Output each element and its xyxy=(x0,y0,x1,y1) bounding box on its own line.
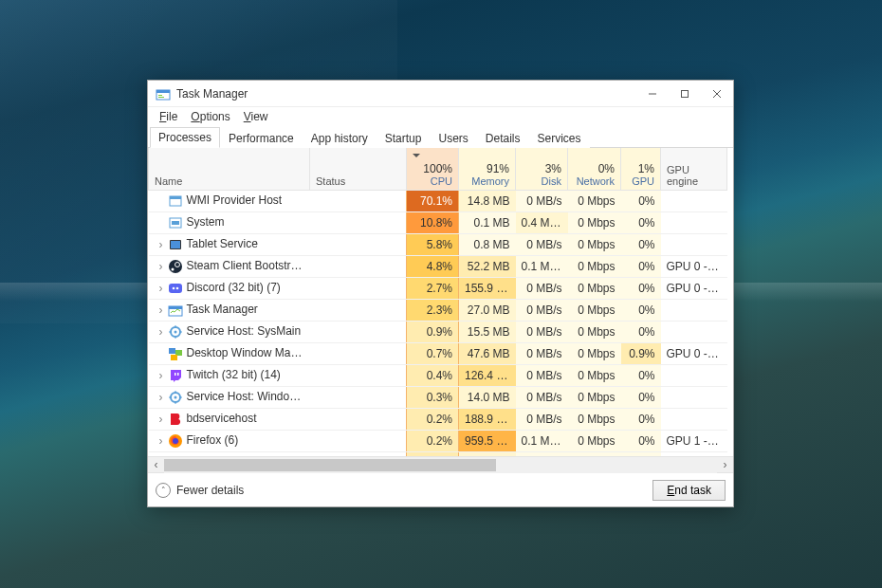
table-row[interactable]: ›Steam Client Bootstrapper (32 b...4.8%5… xyxy=(149,256,727,278)
col-header-disk[interactable]: 3%Disk xyxy=(516,148,568,191)
horizontal-scrollbar[interactable]: ‹ › xyxy=(148,456,733,472)
cell-status xyxy=(310,212,407,234)
cell-gpu: 0% xyxy=(621,278,661,300)
scroll-right-icon[interactable]: › xyxy=(717,457,733,473)
table-row[interactable]: ›Discord (32 bit) (7)2.7%155.9 MB0 MB/s0… xyxy=(149,278,727,300)
expand-icon[interactable]: › xyxy=(155,369,168,382)
process-table: Name Status 100%CPU 91%Memory 3%Disk 0%N… xyxy=(148,148,727,456)
tab-performance[interactable]: Performance xyxy=(220,128,303,148)
expand-icon[interactable]: › xyxy=(155,303,168,317)
process-name: WMI Provider Host xyxy=(187,193,283,207)
menu-options[interactable]: Options xyxy=(185,109,235,124)
svg-rect-26 xyxy=(171,355,177,360)
process-name: Desktop Window Manager xyxy=(187,346,310,359)
menu-view[interactable]: View xyxy=(238,109,274,124)
col-header-cpu[interactable]: 100%CPU xyxy=(407,148,459,191)
maximize-button[interactable] xyxy=(669,81,701,107)
scroll-thumb[interactable] xyxy=(164,459,496,471)
process-name: Task Manager xyxy=(187,303,258,316)
chevron-up-circle-icon: ˄ xyxy=(156,483,171,498)
cell-network: 0 Mbps xyxy=(568,278,621,300)
col-header-gpu-engine[interactable]: GPU engine xyxy=(661,148,727,191)
process-name: Steam Client Bootstrapper (32 b... xyxy=(187,259,310,272)
scroll-left-icon[interactable]: ‹ xyxy=(148,457,164,473)
table-row[interactable]: ›Firefox (6)0.2%959.5 MB0.1 MB/s0 Mbps0%… xyxy=(149,431,727,452)
tab-processes[interactable]: Processes xyxy=(150,127,220,148)
process-name: bdservicehost xyxy=(187,412,257,425)
svg-rect-28 xyxy=(177,373,179,376)
tab-users[interactable]: Users xyxy=(430,128,476,148)
minimize-button[interactable] xyxy=(636,81,669,107)
expand-icon[interactable]: › xyxy=(155,282,168,295)
tab-services[interactable]: Services xyxy=(529,128,590,148)
table-row[interactable]: ›bdservicehost0.2%188.9 MB0 MB/s0 Mbps0% xyxy=(149,409,727,431)
cell-name: WMI Provider Host xyxy=(149,191,310,212)
cell-gpu-engine: GPU 0 - 3D xyxy=(661,343,727,365)
expand-icon[interactable]: › xyxy=(155,325,168,339)
expand-icon[interactable]: › xyxy=(155,238,168,251)
svg-rect-13 xyxy=(171,241,180,248)
cell-status xyxy=(310,256,407,278)
table-row[interactable]: ›Service Host: SysMain0.9%15.5 MB0 MB/s0… xyxy=(149,322,727,343)
cell-gpu: 0% xyxy=(621,409,661,431)
fewer-details-label: Fewer details xyxy=(176,484,244,497)
cell-network: 0 Mbps xyxy=(568,300,621,322)
cell-disk: 0 MB/s xyxy=(516,343,568,365)
footer-bar: ˄ Fewer details End task xyxy=(148,472,733,506)
titlebar[interactable]: Task Manager xyxy=(148,81,733,107)
table-row[interactable]: ›Service Host: Windows Manage...0.3%14.0… xyxy=(149,387,727,409)
end-task-button[interactable]: End task xyxy=(652,480,726,501)
cell-name: Desktop Window Manager xyxy=(149,343,310,365)
cell-disk: 0 MB/s xyxy=(516,409,568,431)
process-icon xyxy=(168,303,183,318)
cell-network: 0 Mbps xyxy=(568,191,621,212)
table-row[interactable]: ›Twitch (32 bit) (14)0.4%126.4 MB0 MB/s0… xyxy=(149,365,727,387)
process-icon xyxy=(168,193,183,209)
cell-gpu-engine xyxy=(661,300,727,322)
cell-status xyxy=(310,387,407,409)
cell-memory: 0.1 MB xyxy=(459,212,516,234)
cell-gpu-engine xyxy=(661,234,727,256)
table-row[interactable]: WMI Provider Host70.1%14.8 MB0 MB/s0 Mbp… xyxy=(149,191,727,212)
cell-gpu-engine xyxy=(661,387,727,409)
tab-app-history[interactable]: App history xyxy=(303,128,377,148)
cell-gpu-engine: GPU 0 - 3D xyxy=(661,256,727,278)
table-row[interactable]: Desktop Window Manager0.7%47.6 MB0 MB/s0… xyxy=(149,343,727,365)
col-header-status[interactable]: Status xyxy=(310,148,407,191)
cell-cpu: 0.7% xyxy=(407,343,459,365)
svg-point-19 xyxy=(175,287,178,290)
cell-gpu: 0% xyxy=(621,322,661,343)
table-row[interactable]: ›Tablet Service5.8%0.8 MB0 MB/s0 Mbps0% xyxy=(149,234,727,256)
cell-name: ›Task Manager xyxy=(149,300,310,322)
col-header-name[interactable]: Name xyxy=(149,148,310,191)
tab-details[interactable]: Details xyxy=(477,128,529,148)
cell-name: System xyxy=(149,212,310,234)
scroll-track[interactable] xyxy=(164,457,717,473)
cell-gpu: 0.9% xyxy=(621,343,661,365)
cell-disk: 0 MB/s xyxy=(516,322,568,343)
expand-icon[interactable]: › xyxy=(155,413,168,426)
cell-name: ›Discord (32 bit) (7) xyxy=(149,278,310,300)
col-header-memory[interactable]: 91%Memory xyxy=(459,148,516,191)
cell-gpu: 0% xyxy=(621,191,661,212)
table-row[interactable]: System10.8%0.1 MB0.4 MB/s0 Mbps0% xyxy=(149,212,727,234)
fewer-details-button[interactable]: ˄ Fewer details xyxy=(156,483,244,498)
cell-network: 0 Mbps xyxy=(568,365,621,387)
expand-icon[interactable]: › xyxy=(155,391,168,404)
table-row[interactable]: ›Task Manager2.3%27.0 MB0 MB/s0 Mbps0% xyxy=(149,300,727,322)
tab-startup[interactable]: Startup xyxy=(377,128,431,148)
close-button[interactable] xyxy=(701,81,733,107)
cell-disk: 0 MB/s xyxy=(516,300,568,322)
cell-cpu: 4.8% xyxy=(407,256,459,278)
col-header-network[interactable]: 0%Network xyxy=(568,148,621,191)
process-icon xyxy=(168,259,183,274)
cell-cpu: 0.2% xyxy=(407,431,459,452)
expand-icon[interactable]: › xyxy=(155,260,168,273)
cell-gpu: 0% xyxy=(621,300,661,322)
col-header-gpu[interactable]: 1%GPU xyxy=(621,148,661,191)
menu-file[interactable]: File xyxy=(154,109,183,124)
expand-icon[interactable]: › xyxy=(155,434,168,448)
table-row[interactable]: ›Windows Explorer (5)0.1%36.6 MB0 MB/s0 … xyxy=(149,452,727,457)
svg-rect-21 xyxy=(169,306,182,309)
content-area: Name Status 100%CPU 91%Memory 3%Disk 0%N… xyxy=(148,148,733,506)
